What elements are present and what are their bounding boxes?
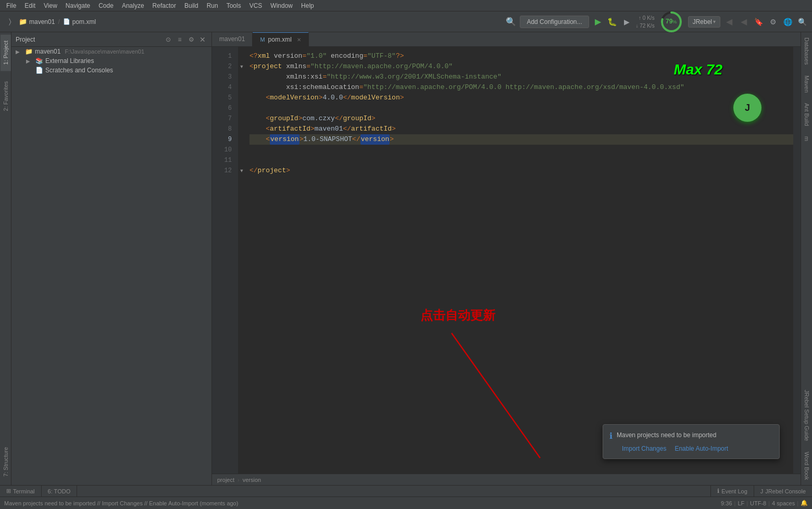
tab-file-label: pom.xml bbox=[268, 36, 292, 43]
menu-item-view[interactable]: View bbox=[40, 1, 61, 10]
run-with-coverage-icon[interactable]: ▶ bbox=[621, 16, 633, 28]
breadcrumb-item-project[interactable]: project bbox=[217, 477, 234, 483]
menu-item-navigate[interactable]: Navigate bbox=[61, 1, 94, 10]
right-tab-ant[interactable]: Ant Build bbox=[802, 98, 812, 131]
jrebel-console-label: JRebel Console bbox=[765, 488, 806, 494]
menu-item-file[interactable]: File bbox=[2, 1, 20, 10]
todo-label: 6: TODO bbox=[48, 488, 71, 494]
search-everywhere-icon[interactable]: 🔍 bbox=[505, 16, 517, 28]
fold-arrow-2[interactable]: ▼ bbox=[238, 61, 245, 72]
statusbar-separator-2: | bbox=[746, 500, 748, 506]
code-line-2: <project xmlns="http://maven.apache.org/… bbox=[249, 61, 793, 72]
bottom-tab-terminal[interactable]: ⊞ Terminal bbox=[0, 486, 42, 497]
translate-icon[interactable]: 🌐 bbox=[782, 16, 793, 28]
breadcrumb-file[interactable]: 📄 pom.xml bbox=[63, 18, 96, 26]
event-log-icon: ℹ bbox=[717, 488, 719, 494]
sidebar-tab-project[interactable]: 1: Project bbox=[1, 34, 11, 71]
line-num-7: 7 bbox=[212, 113, 238, 124]
bottom-tabs: ⊞ Terminal 6: TODO ℹ Event Log J JRebel … bbox=[0, 485, 812, 497]
editor-tab-maven01[interactable]: maven01 bbox=[212, 32, 253, 46]
statusbar-position[interactable]: 9:36 bbox=[721, 500, 732, 506]
editor-tab-pom[interactable]: M pom.xml ✕ bbox=[253, 32, 309, 46]
tab-file-icon: M bbox=[260, 36, 265, 43]
far-right-tabs: Databases Maven Ant Build m JRebel Setup… bbox=[801, 32, 812, 485]
jrebel-meter[interactable]: 79% bbox=[660, 10, 683, 33]
enable-auto-import-link[interactable]: Enable Auto-Import bbox=[674, 445, 728, 452]
line-num-11: 11 bbox=[212, 155, 238, 166]
menu-item-build[interactable]: Build bbox=[180, 1, 203, 10]
maven-popup: ℹ Maven projects need to be imported Imp… bbox=[603, 424, 780, 459]
code-editor[interactable]: <?xml version="1.0" encoding="UTF-8"?> <… bbox=[245, 47, 793, 474]
code-line-1: <?xml version="1.0" encoding="UTF-8"?> bbox=[249, 51, 793, 61]
menu-item-analyze[interactable]: Analyze bbox=[118, 1, 148, 10]
jrebel-console-icon: J bbox=[760, 488, 764, 494]
code-line-12: </project> bbox=[249, 166, 793, 176]
code-line-9: 💡 <version>1.0-SNAPSHOT</version> bbox=[249, 134, 793, 145]
code-line-8: <artifactId>maven01</artifactId> bbox=[249, 124, 793, 134]
panel-collapse-icon[interactable]: ≡ bbox=[175, 35, 184, 44]
breadcrumb-project[interactable]: 📁 maven01 bbox=[19, 18, 55, 26]
tree-item-external-libs[interactable]: ▶ 📚 External Libraries bbox=[22, 56, 211, 66]
statusbar-separator-3: | bbox=[768, 500, 770, 506]
bottom-tab-event-log[interactable]: ℹ Event Log bbox=[710, 486, 754, 497]
tree-item-maven01[interactable]: ▶ 📁 maven01 F:\Java\space\maven\maven01 bbox=[11, 47, 211, 56]
bottom-tab-todo[interactable]: 6: TODO bbox=[42, 486, 78, 497]
panel-sync-icon[interactable]: ⊙ bbox=[164, 35, 173, 44]
right-tab-m[interactable]: m bbox=[802, 131, 812, 146]
bottom-tab-jrebel-console[interactable]: J JRebel Console bbox=[754, 486, 812, 497]
breadcrumb-separator: / bbox=[58, 18, 59, 26]
tree-item-scratches[interactable]: 📄 Scratches and Consoles bbox=[22, 66, 211, 75]
tree-item-label-ext: External Libraries bbox=[45, 57, 94, 65]
menu-item-refactor[interactable]: Refactor bbox=[148, 1, 180, 10]
import-changes-link[interactable]: Import Changes bbox=[622, 445, 666, 452]
jrebel-dropdown[interactable]: JRebel ▾ bbox=[688, 16, 720, 28]
panel-close-icon[interactable]: ✕ bbox=[198, 35, 207, 44]
panel-settings-icon[interactable]: ⚙ bbox=[186, 35, 196, 44]
code-line-4: xsi:schemaLocation="http://maven.apache.… bbox=[249, 82, 793, 93]
statusbar-notifications-icon[interactable]: 🔔 bbox=[801, 500, 808, 506]
line-num-6: 6 bbox=[212, 103, 238, 113]
right-tab-maven[interactable]: Maven bbox=[802, 70, 812, 98]
code-line-10 bbox=[249, 145, 793, 155]
tab-close-icon[interactable]: ✕ bbox=[297, 37, 301, 43]
menu-item-help[interactable]: Help bbox=[297, 1, 318, 10]
navigate-back-icon[interactable]: 〉 bbox=[4, 16, 16, 28]
bookmark-icon[interactable]: 🔖 bbox=[753, 16, 764, 28]
editor-tabs: maven01 M pom.xml ✕ bbox=[212, 32, 801, 47]
sidebar-tab-favorites[interactable]: 2: Favorites bbox=[1, 75, 11, 117]
statusbar-encoding[interactable]: UTF-8 bbox=[750, 500, 766, 506]
lightbulb-icon[interactable]: 💡 bbox=[245, 134, 246, 145]
search-icon[interactable]: 🔍 bbox=[796, 16, 808, 28]
menu-item-edit[interactable]: Edit bbox=[20, 1, 40, 10]
statusbar-line-sep[interactable]: LF bbox=[738, 500, 744, 506]
run-icon[interactable]: ▶ bbox=[592, 16, 604, 28]
external-libs-icon: 📚 bbox=[35, 57, 43, 65]
debug-icon[interactable]: 🐛 bbox=[607, 16, 618, 28]
fold-arrow-12[interactable]: ▼ bbox=[238, 166, 245, 176]
editor-wrapper: maven01 M pom.xml ✕ 1 2 3 4 5 6 7 8 9 10 bbox=[212, 32, 801, 485]
menu-item-window[interactable]: Window bbox=[266, 1, 297, 10]
right-tab-databases[interactable]: Databases bbox=[802, 32, 812, 70]
menu-item-vcs[interactable]: VCS bbox=[245, 1, 267, 10]
tree-expand-icon-ext: ▶ bbox=[26, 58, 33, 64]
code-line-7: <groupId>com.czxy</groupId> bbox=[249, 113, 793, 124]
nav-back-icon[interactable]: ◀ bbox=[723, 16, 735, 28]
menu-item-run[interactable]: Run bbox=[203, 1, 222, 10]
editor-scrollbar[interactable] bbox=[793, 47, 801, 474]
terminal-icon: ⊞ bbox=[6, 488, 11, 494]
terminal-label: Terminal bbox=[13, 488, 35, 494]
settings-toolbar-icon[interactable]: ⚙ bbox=[767, 16, 779, 28]
network-stats: ↑ 0 K/s ↓ 72 K/s bbox=[636, 14, 655, 30]
nav-forward-icon[interactable]: ◀ bbox=[738, 16, 749, 28]
sidebar-tab-structure[interactable]: 7: Structure bbox=[1, 441, 11, 483]
statusbar-indent[interactable]: 4 spaces bbox=[772, 500, 795, 506]
popup-info-icon: ℹ bbox=[609, 431, 613, 441]
line-numbers: 1 2 3 4 5 6 7 8 9 10 11 12 bbox=[212, 47, 238, 474]
breadcrumb-item-version[interactable]: version bbox=[243, 477, 261, 483]
menu-item-code[interactable]: Code bbox=[94, 1, 118, 10]
add-configuration-button[interactable]: Add Configuration... bbox=[520, 16, 589, 28]
far-left-tabs: 1: Project 2: Favorites 7: Structure bbox=[0, 32, 11, 485]
right-tab-word-book[interactable]: Word Book bbox=[802, 447, 812, 485]
menu-item-tools[interactable]: Tools bbox=[222, 1, 245, 10]
right-tab-jrebel-guide[interactable]: JRebel Setup Guide bbox=[802, 385, 812, 446]
